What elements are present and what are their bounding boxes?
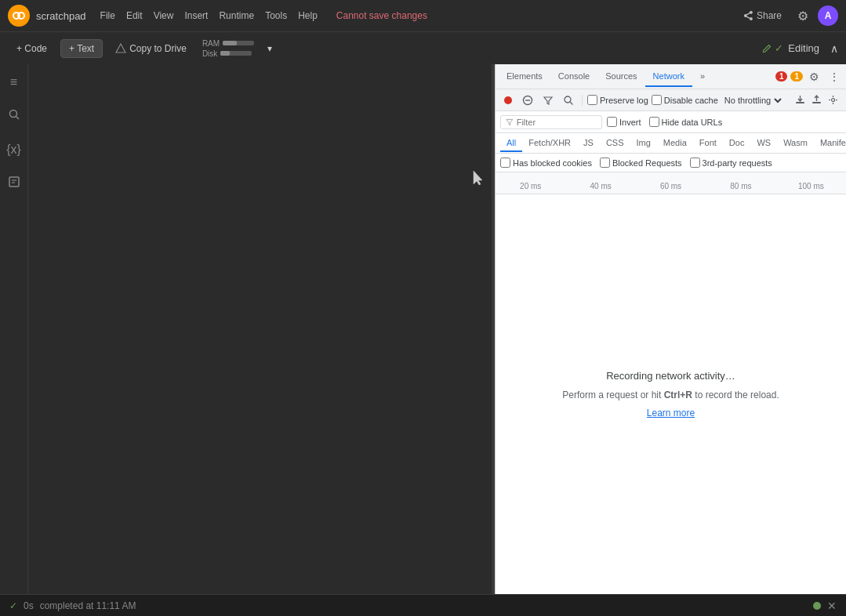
status-time: 0s — [24, 600, 34, 611]
app-title: scratchpad — [36, 10, 86, 22]
status-close-button[interactable]: ✕ — [827, 600, 837, 612]
disable-cache-label[interactable]: Disable cache — [652, 95, 718, 105]
filter-button[interactable] — [539, 93, 557, 107]
error-badge: 1 — [775, 71, 788, 82]
hide-data-urls-label[interactable]: Hide data URLs — [649, 117, 723, 127]
export-button[interactable] — [808, 93, 825, 107]
menu-insert[interactable]: Insert — [180, 9, 212, 23]
svg-marker-8 — [474, 171, 482, 185]
menu-runtime[interactable]: Runtime — [214, 9, 259, 23]
type-tab-all[interactable]: All — [500, 135, 522, 152]
tab-more[interactable]: » — [692, 67, 713, 87]
svg-rect-14 — [796, 102, 804, 103]
third-party-requests-label[interactable]: 3rd-party requests — [690, 158, 772, 168]
timeline-header: 20 ms 40 ms 60 ms 80 ms 100 ms — [496, 172, 846, 194]
cannot-save-link[interactable]: Cannot save changes — [336, 10, 427, 21]
tick-100: 100 ms — [776, 182, 846, 190]
blocked-requests-checkbox[interactable] — [600, 158, 610, 168]
network-toolbar-right — [792, 93, 841, 107]
recording-title: Recording network activity… — [606, 370, 735, 382]
sidebar-icon-files[interactable] — [5, 172, 24, 194]
svg-point-9 — [504, 96, 512, 104]
resource-monitor: RAM Disk — [202, 39, 254, 58]
preserve-log-checkbox[interactable] — [587, 95, 597, 105]
settings-button[interactable]: ⚙ — [794, 5, 812, 27]
add-code-button[interactable]: + Code — [8, 39, 56, 58]
expand-button[interactable]: ∧ — [830, 42, 838, 55]
ram-label: RAM — [202, 39, 220, 48]
menu-edit[interactable]: Edit — [122, 9, 147, 23]
status-text: completed at 11:11 AM — [40, 600, 136, 611]
import-button[interactable] — [792, 93, 808, 107]
warn-badge: 1 — [790, 71, 803, 82]
main-layout: ≡ {x} Elements Console Sources Network » — [0, 64, 846, 594]
type-tab-css[interactable]: CSS — [600, 135, 630, 152]
share-icon — [743, 10, 753, 21]
menu-tools[interactable]: Tools — [260, 9, 292, 23]
status-bar: ✓ 0s completed at 11:11 AM ✕ — [0, 594, 846, 616]
blocked-requests-label[interactable]: Blocked Requests — [600, 158, 682, 168]
copy-to-drive-button[interactable]: Copy to Drive — [107, 40, 194, 57]
editor-area[interactable] — [28, 64, 492, 594]
has-blocked-cookies-checkbox[interactable] — [500, 158, 510, 168]
type-tab-fetch[interactable]: Fetch/XHR — [522, 135, 577, 152]
add-text-button[interactable]: + Text — [60, 39, 103, 58]
edit-icon — [762, 44, 772, 53]
tab-console[interactable]: Console — [550, 67, 597, 87]
tick-60: 60 ms — [636, 182, 706, 190]
type-tab-js[interactable]: JS — [577, 135, 600, 152]
type-tab-media[interactable]: Media — [657, 135, 693, 152]
hide-data-urls-checkbox[interactable] — [649, 117, 659, 127]
menu-file[interactable]: File — [96, 9, 120, 23]
filter-input-wrap[interactable] — [500, 115, 602, 129]
avatar: A — [818, 5, 838, 26]
network-toolbar: Preserve log Disable cache No throttling… — [496, 89, 846, 111]
svg-point-16 — [832, 99, 835, 102]
type-tab-font[interactable]: Font — [693, 135, 723, 152]
type-tab-manifest[interactable]: Manifest — [814, 135, 846, 152]
tick-20: 20 ms — [496, 182, 565, 190]
type-tab-img[interactable]: Img — [630, 135, 657, 152]
sidebar-icon-variables[interactable]: {x} — [3, 140, 24, 160]
share-button[interactable]: Share — [736, 7, 788, 24]
tab-elements[interactable]: Elements — [499, 67, 550, 87]
toolbar: + Code + Text Copy to Drive RAM Disk ▾ ✓… — [0, 31, 846, 64]
devtools-tab-group: Elements Console Sources Network » — [499, 67, 713, 87]
invert-checkbox[interactable] — [607, 117, 617, 127]
tab-network[interactable]: Network — [645, 67, 692, 87]
devtools-settings-button[interactable]: ⚙ — [806, 67, 822, 86]
third-party-requests-checkbox[interactable] — [690, 158, 700, 168]
menu-bar: File Edit View Insert Runtime Tools Help — [96, 9, 322, 23]
resource-expand-button[interactable]: ▾ — [259, 39, 281, 58]
throttle-select[interactable]: No throttling Fast 3G Slow 3G Offline — [721, 95, 784, 106]
svg-rect-15 — [812, 102, 821, 103]
type-tab-wasm[interactable]: Wasm — [777, 135, 814, 152]
devtools-more-button[interactable]: ⋮ — [826, 67, 843, 86]
clear-button[interactable] — [519, 93, 536, 107]
filter-input[interactable] — [517, 118, 597, 127]
invert-label[interactable]: Invert — [607, 117, 641, 127]
drive-icon — [115, 43, 126, 54]
type-tab-ws[interactable]: WS — [750, 135, 777, 152]
search-button[interactable] — [560, 93, 577, 107]
svg-marker-2 — [116, 44, 125, 53]
disk-label: Disk — [202, 49, 217, 58]
has-blocked-cookies-label[interactable]: Has blocked cookies — [500, 158, 592, 168]
title-bar-right: Share ⚙ A — [736, 5, 838, 27]
menu-help[interactable]: Help — [293, 9, 322, 23]
type-tab-doc[interactable]: Doc — [723, 135, 751, 152]
disable-cache-checkbox[interactable] — [652, 95, 662, 105]
timeline-ms: 20 ms 40 ms 60 ms 80 ms 100 ms — [496, 182, 846, 190]
preserve-log-label[interactable]: Preserve log — [587, 95, 648, 105]
settings-button-net[interactable] — [825, 93, 841, 107]
learn-more-link[interactable]: Learn more — [647, 408, 695, 419]
tab-sources[interactable]: Sources — [597, 67, 644, 87]
devtools-topbar: Elements Console Sources Network » 1 1 ⚙… — [496, 64, 846, 89]
sidebar-icon-search[interactable] — [5, 105, 24, 127]
cursor — [473, 170, 481, 184]
editing-button[interactable]: ✓ Editing — [756, 39, 826, 57]
svg-line-13 — [570, 102, 573, 105]
menu-view[interactable]: View — [149, 9, 179, 23]
sidebar-icon-menu[interactable]: ≡ — [7, 72, 20, 92]
record-button[interactable] — [500, 94, 516, 107]
